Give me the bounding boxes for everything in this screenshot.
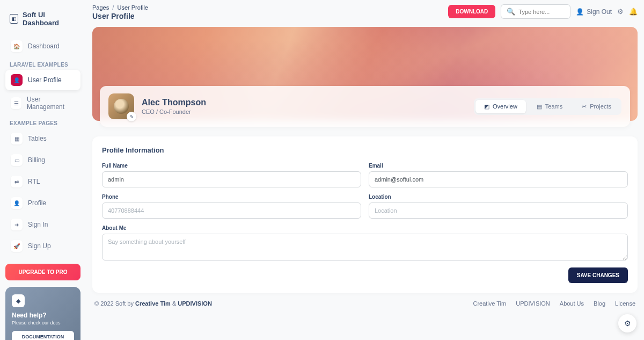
sidebar-item-user-profile[interactable]: 👤 User Profile xyxy=(5,70,80,90)
breadcrumb-current: User Profile xyxy=(117,4,148,11)
search-box[interactable]: 🔍 xyxy=(501,4,570,19)
footer-link-ct[interactable]: Creative Tim xyxy=(473,300,506,307)
save-button[interactable]: SAVE CHANGES xyxy=(568,267,628,283)
sidebar-item-billing[interactable]: ▭ Billing xyxy=(5,150,80,170)
footer-link-license[interactable]: License xyxy=(615,300,635,307)
page-title: User Profile xyxy=(92,12,148,20)
sidebar-item-user-management[interactable]: ☰ User Management xyxy=(5,91,80,115)
phone-input[interactable] xyxy=(102,202,361,219)
signup-icon: 🚀 xyxy=(11,240,23,252)
shop-icon: 🏠 xyxy=(11,40,23,52)
sidebar-item-label: User Management xyxy=(27,96,75,111)
brand-name: Soft UI Dashboard xyxy=(23,11,76,27)
tab-teams[interactable]: ▤Teams xyxy=(528,100,571,113)
sidebar-item-label: User Profile xyxy=(28,76,62,84)
settings-icon[interactable]: ⚙ xyxy=(617,8,624,16)
sidebar-item-label: Sign In xyxy=(28,221,48,228)
user-icon: 👤 xyxy=(576,8,584,16)
footer: © 2022 Soft by Creative Tim & UPDIVISION… xyxy=(92,293,638,309)
main-content: Pages / User Profile User Profile DOWNLO… xyxy=(86,0,644,340)
sidebar-item-label: Sign Up xyxy=(28,242,51,250)
section-example: EXAMPLE PAGES xyxy=(5,116,80,128)
download-button[interactable]: DOWNLOAD xyxy=(448,5,495,18)
signin-icon: ➜ xyxy=(11,219,23,230)
topbar: Pages / User Profile User Profile DOWNLO… xyxy=(92,0,638,27)
upgrade-button[interactable]: UPGRADE TO PRO xyxy=(5,264,80,280)
sidebar-item-tables[interactable]: ▦ Tables xyxy=(5,128,80,149)
help-icon: ◆ xyxy=(12,294,25,307)
cube-icon: ◩ xyxy=(484,103,489,110)
logo-icon: ◧ xyxy=(10,14,18,24)
sidebar-item-label: Dashboard xyxy=(28,42,60,50)
tab-overview[interactable]: ◩Overview xyxy=(475,100,526,113)
about-label: About Me xyxy=(102,225,628,231)
breadcrumb-root[interactable]: Pages xyxy=(92,4,109,11)
profile-header-card: ✎ Alec Thompson CEO / Co-Founder ◩Overvi… xyxy=(100,86,630,127)
help-subtitle: Please check our docs xyxy=(12,320,74,325)
sidebar-item-dashboard[interactable]: 🏠 Dashboard xyxy=(5,36,80,56)
profile-icon: 👤 xyxy=(11,197,23,209)
location-label: Location xyxy=(369,194,628,200)
bell-icon[interactable]: 🔔 xyxy=(629,8,638,16)
sidebar: ◧ Soft UI Dashboard 🏠 Dashboard LARAVEL … xyxy=(0,0,86,340)
document-icon: ▤ xyxy=(537,103,542,110)
search-icon: 🔍 xyxy=(507,8,515,16)
section-laravel: LARAVEL EXAMPLES xyxy=(5,57,80,70)
card-icon: ▭ xyxy=(11,154,23,166)
fullname-input[interactable] xyxy=(102,171,361,187)
sidebar-item-label: RTL xyxy=(28,178,40,185)
profile-tabs: ◩Overview ▤Teams ✂Projects xyxy=(474,98,621,115)
table-icon: ▦ xyxy=(11,133,23,144)
tab-projects[interactable]: ✂Projects xyxy=(573,100,620,113)
breadcrumb: Pages / User Profile User Profile xyxy=(92,4,148,20)
signout-label: Sign Out xyxy=(587,8,612,16)
footer-ct-link[interactable]: Creative Tim xyxy=(135,300,171,307)
tools-icon: ✂ xyxy=(582,103,587,110)
location-input[interactable] xyxy=(369,202,628,219)
documentation-button[interactable]: DOCUMENTATION xyxy=(12,331,74,340)
sidebar-item-rtl[interactable]: ⇄ RTL xyxy=(5,171,80,192)
fullname-label: Full Name xyxy=(102,163,361,169)
rtl-icon: ⇄ xyxy=(11,176,23,187)
footer-upd-link[interactable]: UPDIVISION xyxy=(178,300,212,307)
avatar-edit-button[interactable]: ✎ xyxy=(127,112,136,121)
footer-link-upd[interactable]: UPDIVISION xyxy=(516,300,550,307)
footer-copyright: © 2022 Soft by Creative Tim & UPDIVISION xyxy=(94,300,212,307)
sidebar-item-signup[interactable]: 🚀 Sign Up xyxy=(5,236,80,256)
sidebar-item-label: Billing xyxy=(28,156,45,164)
settings-fab[interactable]: ⚙ xyxy=(618,314,636,332)
brand-logo[interactable]: ◧ Soft UI Dashboard xyxy=(5,8,80,30)
gear-icon: ⚙ xyxy=(624,319,631,328)
footer-link-about[interactable]: About Us xyxy=(560,300,584,307)
sidebar-item-label: Tables xyxy=(28,135,47,142)
profile-name: Alec Thompson xyxy=(142,98,206,107)
form-title: Profile Information xyxy=(102,146,628,154)
help-title: Need help? xyxy=(12,312,74,319)
list-icon: ☰ xyxy=(11,97,21,109)
sidebar-item-signin[interactable]: ➜ Sign In xyxy=(5,214,80,235)
email-label: Email xyxy=(369,163,628,169)
phone-label: Phone xyxy=(102,194,361,200)
footer-link-blog[interactable]: Blog xyxy=(594,300,605,307)
profile-role: CEO / Co-Founder xyxy=(142,108,206,115)
signout-link[interactable]: 👤 Sign Out xyxy=(576,8,612,16)
avatar: ✎ xyxy=(108,93,134,119)
sidebar-item-profile[interactable]: 👤 Profile xyxy=(5,193,80,213)
user-icon: 👤 xyxy=(11,74,23,86)
help-card: ◆ Need help? Please check our docs DOCUM… xyxy=(5,287,80,340)
email-input[interactable] xyxy=(369,171,628,187)
sidebar-item-label: Profile xyxy=(28,199,46,207)
search-input[interactable] xyxy=(518,9,565,15)
about-textarea[interactable] xyxy=(102,234,628,261)
profile-form-card: Profile Information Full Name Email Phon… xyxy=(92,136,638,293)
